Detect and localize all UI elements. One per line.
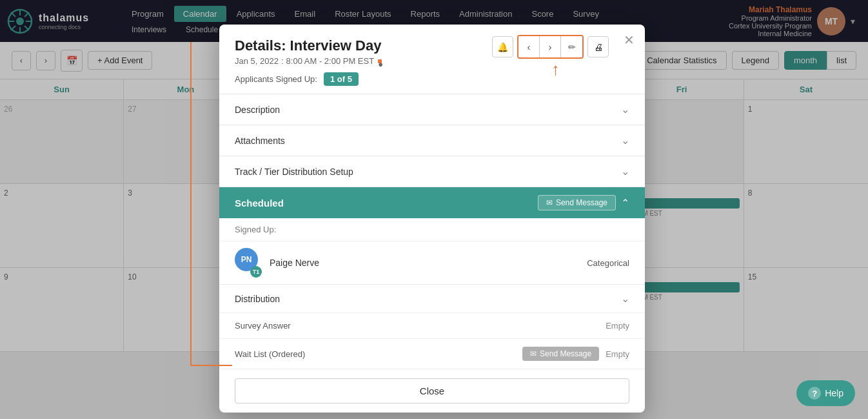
- modal: Details: Interview Day Jan 5, 2022 : 8:0…: [219, 25, 645, 413]
- scheduled-send-message-button[interactable]: ✉ Send Message: [538, 195, 616, 210]
- close-button[interactable]: Close: [235, 378, 629, 404]
- scheduled-header: Scheduled ✉ Send Message ⌃: [219, 187, 645, 218]
- help-icon: ?: [808, 387, 821, 400]
- description-chevron-icon: ⌄: [621, 103, 629, 116]
- scheduled-section: Scheduled ✉ Send Message ⌃ Signed Up: PN…: [219, 187, 645, 284]
- attachments-chevron-icon: ⌄: [621, 134, 629, 147]
- description-section: Description ⌄: [219, 94, 645, 125]
- scheduled-chevron-icon: ⌃: [621, 197, 629, 209]
- distribution-label: Distribution: [235, 294, 280, 304]
- help-button[interactable]: ? Help: [796, 380, 855, 406]
- applicants-label: Applicants Signed Up:: [235, 74, 317, 84]
- survey-answer-row: Survey Answer Empty: [219, 312, 645, 338]
- description-label: Description: [235, 105, 280, 115]
- tier-badge: T1: [250, 266, 262, 278]
- envelope-icon: ✉: [546, 198, 553, 207]
- attachments-section: Attachments ⌄: [219, 125, 645, 156]
- wait-list-label: Wait List (Ordered): [235, 349, 305, 359]
- modal-close-button[interactable]: ✕: [624, 34, 635, 46]
- survey-answer-label: Survey Answer: [235, 321, 291, 331]
- attachments-accordion-header[interactable]: Attachments ⌄: [219, 125, 645, 156]
- modal-print-button[interactable]: 🖨: [587, 36, 609, 57]
- survey-answer-value: Empty: [606, 321, 629, 331]
- track-tier-label: Track / Tier Distribution Setup: [235, 167, 353, 177]
- wait-list-send-message-button[interactable]: ✉ Send Message: [522, 347, 599, 361]
- modal-nav-row: 🔔 ‹ › ✏ 🖨: [492, 35, 609, 59]
- modal-edit-button[interactable]: ✏: [561, 36, 582, 57]
- attachments-label: Attachments: [235, 136, 285, 146]
- modal-footer: Close: [219, 369, 645, 413]
- description-accordion-header[interactable]: Description ⌄: [219, 94, 645, 125]
- modal-header: Details: Interview Day Jan 5, 2022 : 8:0…: [219, 25, 645, 66]
- applicant-name: Paige Nerve: [270, 258, 579, 268]
- distribution-chevron-icon: ⌄: [621, 292, 629, 305]
- wait-list-row: Wait List (Ordered) ✉ Send Message Empty: [219, 338, 645, 369]
- applicant-list-item: PN T1 Paige Nerve Categorical: [219, 241, 645, 284]
- modal-backdrop: Details: Interview Day Jan 5, 2022 : 8:0…: [0, 0, 868, 419]
- wait-list-envelope-icon: ✉: [530, 349, 537, 358]
- track-tier-section: Track / Tier Distribution Setup ⌄: [219, 156, 645, 187]
- track-tier-accordion-header[interactable]: Track / Tier Distribution Setup ⌄: [219, 156, 645, 187]
- wait-list-empty-value: Empty: [606, 349, 629, 359]
- modal-bell-button[interactable]: 🔔: [492, 36, 513, 57]
- modal-next-button[interactable]: ›: [540, 36, 561, 57]
- modal-prev-button[interactable]: ‹: [518, 36, 540, 57]
- signed-up-label: Signed Up:: [219, 218, 645, 241]
- scheduled-title: Scheduled: [235, 198, 284, 209]
- distribution-section: Distribution ⌄ Survey Answer Empty Wait …: [219, 284, 645, 369]
- applicants-signed-row: Applicants Signed Up: 1 of 5: [219, 66, 645, 94]
- applicant-type: Categorical: [587, 258, 629, 268]
- track-tier-chevron-icon: ⌄: [621, 165, 629, 178]
- applicants-badge: 1 of 5: [324, 72, 359, 86]
- distribution-accordion-header[interactable]: Distribution ⌄: [219, 285, 645, 312]
